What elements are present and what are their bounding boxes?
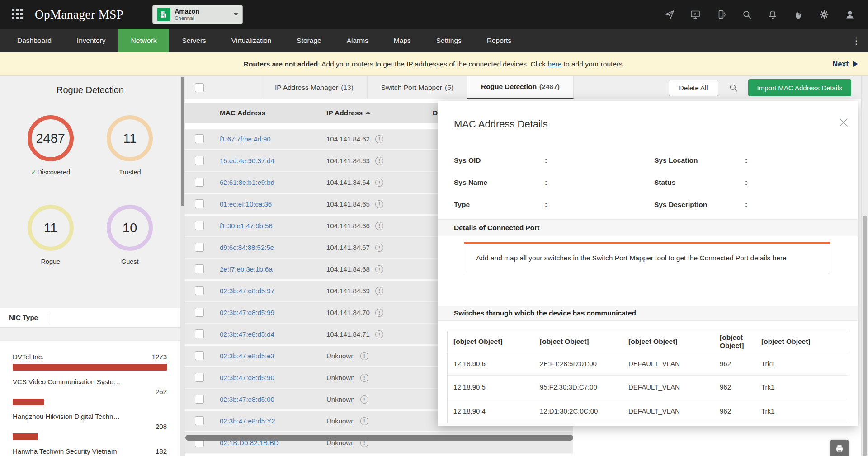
tab[interactable]: Rogue Detection(2487) (467, 76, 574, 99)
mobile-icon[interactable] (716, 9, 726, 20)
customer-selector[interactable]: Amazon Chennai (152, 5, 243, 24)
donut-chart[interactable]: 11 (107, 115, 153, 161)
warning-icon[interactable]: ! (375, 222, 383, 230)
field-colon: : (745, 156, 747, 165)
nic-type-title[interactable]: NIC Type (0, 314, 47, 321)
warning-icon[interactable]: ! (360, 352, 368, 360)
warning-icon[interactable]: ! (375, 135, 383, 143)
mac-address-link[interactable]: 02:3b:47:e8:d5:Y2 (220, 411, 275, 431)
tab[interactable]: IP Address Manager(13) (261, 76, 367, 99)
column-header-mac[interactable]: MAC Address (220, 103, 265, 123)
nav-item[interactable]: Virtualization (219, 29, 284, 52)
nav-item[interactable]: Network (118, 29, 170, 52)
mac-address-link[interactable]: f1:67:7f:be:4d:90 (220, 129, 271, 149)
warning-icon[interactable]: ! (375, 265, 383, 273)
search-icon[interactable] (741, 9, 752, 20)
row-checkbox[interactable] (195, 286, 204, 295)
nav-item[interactable]: Settings (424, 29, 474, 52)
apps-grid-icon[interactable] (12, 9, 24, 21)
row-checkbox[interactable] (195, 416, 204, 425)
search-icon[interactable] (728, 83, 738, 93)
chevron-down-icon[interactable] (234, 5, 238, 24)
warning-icon[interactable]: ! (360, 417, 368, 425)
mac-address-link[interactable]: 02:3b:47:e8:d5:90 (220, 367, 274, 388)
row-checkbox[interactable] (195, 134, 204, 143)
nic-type-item[interactable]: Hangzhou Hikvision Digital Techn…208 (13, 413, 167, 440)
nav-item[interactable]: Inventory (64, 29, 118, 52)
warning-icon[interactable]: ! (360, 395, 368, 404)
close-icon[interactable] (840, 118, 849, 127)
screen-share-icon[interactable] (690, 9, 701, 20)
row-checkbox[interactable] (195, 308, 204, 317)
row-checkbox[interactable] (195, 395, 204, 404)
page-scrollbar[interactable] (861, 76, 868, 456)
mac-address-link[interactable]: 01:ec:ef:10:ca:36 (220, 194, 272, 214)
tab[interactable]: Switch Port Mapper(5) (367, 76, 467, 99)
nav-item[interactable]: Reports (474, 29, 524, 52)
mac-address-link[interactable]: 15:ed:4e:90:37:d4 (220, 150, 274, 171)
nav-item[interactable]: Alarms (334, 29, 381, 52)
horizontal-scrollbar-thumb[interactable] (185, 435, 573, 441)
mac-address-link[interactable]: 02:3b:47:e8:d5:97 (220, 281, 274, 301)
print-button[interactable] (830, 440, 849, 456)
column-header-ip[interactable]: IP Address (326, 103, 370, 123)
nav-item[interactable]: Dashboard (5, 29, 64, 52)
warning-icon[interactable]: ! (375, 157, 383, 165)
warning-icon[interactable]: ! (375, 179, 383, 187)
nic-type-list: DVTel Inc.1273 VCS Video Communication S… (0, 341, 180, 456)
warning-icon[interactable]: ! (375, 200, 383, 208)
warning-icon[interactable]: ! (375, 330, 383, 338)
nav-item[interactable]: Maps (381, 29, 424, 52)
mac-address-link[interactable]: f1:30:e1:47:9b:56 (220, 216, 273, 236)
gear-icon[interactable] (819, 9, 830, 20)
paper-plane-icon[interactable] (664, 9, 675, 20)
field-label: Sys Description (654, 201, 745, 209)
import-mac-button[interactable]: Import MAC Address Details (748, 79, 851, 96)
bell-icon[interactable] (767, 9, 778, 20)
donut-label: ✓Guest (121, 258, 139, 265)
warning-icon[interactable]: ! (375, 244, 383, 252)
mac-address-link[interactable]: 02:3b:47:e8:d5:00 (220, 389, 274, 409)
delete-all-button[interactable]: Delete All (669, 80, 718, 96)
warning-icon[interactable]: ! (375, 287, 383, 295)
hand-support-icon[interactable] (793, 9, 804, 20)
ip-cell: 104.141.84.65 ! (326, 194, 383, 214)
nav-item[interactable]: Storage (284, 29, 334, 52)
page-scrollbar-thumb[interactable] (863, 216, 867, 456)
mac-address-link[interactable]: 2e:f7:eb:3e:1b:6a (220, 259, 273, 279)
row-checkbox[interactable] (195, 264, 204, 273)
row-checkbox[interactable] (195, 329, 204, 338)
ip-cell: Unknown ! (326, 367, 368, 388)
row-checkbox[interactable] (195, 178, 204, 187)
row-checkbox[interactable] (195, 243, 204, 252)
mac-address-link[interactable]: 02:3b:47:e8:d5:d4 (220, 324, 274, 344)
mac-address-link[interactable]: 02:3b:47:e8:d5:99 (220, 302, 274, 323)
row-checkbox[interactable] (195, 221, 204, 230)
donut-chart[interactable]: 2487 (28, 115, 74, 161)
warning-icon[interactable]: ! (360, 374, 368, 382)
select-all-checkbox[interactable] (195, 83, 204, 92)
sidebar-scrollbar[interactable] (180, 76, 185, 456)
row-checkbox[interactable] (195, 199, 204, 208)
row-checkbox[interactable] (195, 351, 204, 360)
nic-type-item[interactable]: VCS Video Communication Syste…262 (13, 378, 167, 405)
donut-chart[interactable]: 11 (28, 205, 74, 251)
switch-table-header-cell: [object Object] (540, 338, 628, 346)
nic-count: 1273 (152, 353, 167, 361)
next-button[interactable]: Next (832, 60, 858, 68)
nav-item[interactable]: Servers (169, 29, 218, 52)
warning-icon[interactable]: ! (375, 309, 383, 317)
mac-address-link[interactable]: d9:6c:84:88:52:5e (220, 237, 274, 258)
user-avatar[interactable] (844, 9, 855, 20)
row-checkbox[interactable] (195, 156, 204, 165)
nic-type-item[interactable]: DVTel Inc.1273 (13, 353, 167, 371)
row-checkbox[interactable] (195, 373, 204, 382)
mac-address-link[interactable]: 62:61:8e:b1:e9:bd (220, 172, 274, 193)
add-routers-link[interactable]: here (547, 60, 561, 68)
sidebar-scrollbar-thumb[interactable] (181, 77, 184, 206)
ip-address: 104.141.84.69 (326, 287, 370, 295)
nav-overflow-menu-icon[interactable]: ⋮ (852, 35, 861, 46)
mac-address-link[interactable]: 02:3b:47:e8:d5:e3 (220, 346, 274, 366)
nic-type-item[interactable]: Hanwha Techwin Security Vietnam182 (13, 447, 167, 456)
donut-chart[interactable]: 10 (107, 205, 153, 251)
